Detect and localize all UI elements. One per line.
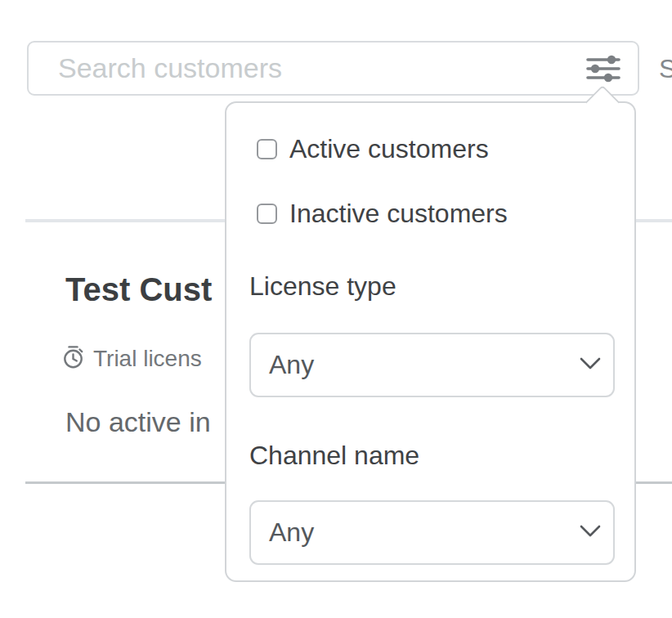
active-customers-label[interactable]: Active customers xyxy=(289,134,489,163)
customer-status-text: No active in xyxy=(65,406,211,438)
license-type-value: Any xyxy=(269,350,314,380)
customer-title: Test Cust xyxy=(65,271,212,308)
channel-name-value: Any xyxy=(269,517,314,548)
active-customers-checkbox[interactable] xyxy=(257,139,277,159)
filter-button[interactable] xyxy=(584,53,623,86)
filter-popover: Active customers Inactive customers Lice… xyxy=(225,101,636,582)
license-info-row: Trial licens xyxy=(62,345,202,373)
license-info-text: Trial licens xyxy=(93,346,202,372)
timer-icon xyxy=(62,345,84,373)
chevron-down-icon xyxy=(579,356,602,374)
active-customers-option[interactable]: Active customers xyxy=(257,134,489,163)
channel-name-select[interactable]: Any xyxy=(249,500,615,565)
inactive-customers-label[interactable]: Inactive customers xyxy=(289,199,508,228)
sort-control-partial[interactable]: S xyxy=(659,54,672,84)
license-type-label: License type xyxy=(249,271,396,302)
inactive-customers-checkbox[interactable] xyxy=(257,204,277,224)
channel-name-label: Channel name xyxy=(249,441,419,471)
license-type-select[interactable]: Any xyxy=(249,333,615,397)
sliders-icon xyxy=(585,74,621,87)
inactive-customers-option[interactable]: Inactive customers xyxy=(257,199,508,228)
search-bar xyxy=(27,41,639,96)
chevron-down-icon xyxy=(579,524,602,542)
search-input[interactable] xyxy=(29,43,568,94)
